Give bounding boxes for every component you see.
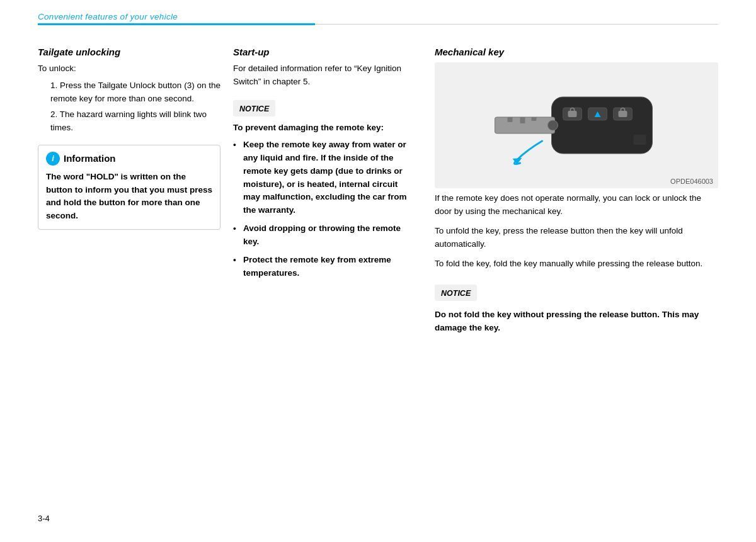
- page-header: Convenient features of your vehicle: [0, 0, 756, 25]
- tailgate-step-2: 2. The hazard warning lights will blink …: [38, 108, 220, 135]
- notice-label-middle: NOTICE: [239, 104, 269, 113]
- bullet-item-1: Keep the remote key away from water or a…: [233, 138, 416, 218]
- tailgate-step-1: 1. Press the Tailgate Unlock button (3) …: [38, 79, 220, 106]
- notice-box-right: NOTICE: [435, 285, 477, 301]
- notice-intro-text: To prevent damaging the remote key:: [233, 121, 416, 135]
- key-image-container: OPDE046003: [435, 62, 718, 188]
- startup-title: Start-up: [233, 47, 416, 57]
- mechanical-key-content: If the remote key does not operate norma…: [435, 192, 718, 271]
- svg-rect-10: [618, 111, 627, 117]
- svg-rect-4: [531, 117, 536, 121]
- notice-warning-text-right: Do not fold the key without pressing the…: [435, 308, 718, 335]
- svg-rect-3: [520, 117, 525, 123]
- notice-bullet-list: Keep the remote key away from water or a…: [233, 138, 416, 280]
- mechanical-para3: To fold the key, fold the key manually w…: [435, 257, 718, 271]
- tailgate-intro-text: To unlock:: [38, 62, 220, 76]
- tailgate-unlocking-title: Tailgate unlocking: [38, 47, 220, 57]
- key-illustration: [449, 69, 704, 182]
- svg-rect-2: [507, 117, 512, 122]
- notice-label-right: NOTICE: [441, 289, 471, 298]
- info-box-text: The word "HOLD" is written on the button…: [46, 171, 212, 223]
- mechanical-para1: If the remote key does not operate norma…: [435, 192, 718, 218]
- svg-rect-9: [568, 111, 576, 117]
- svg-point-12: [547, 120, 558, 130]
- main-content: Tailgate unlocking To unlock: 1. Press t…: [0, 28, 756, 359]
- svg-rect-13: [633, 135, 646, 145]
- step-2-number: 2.: [50, 110, 60, 119]
- notice-box-middle: NOTICE: [233, 100, 275, 116]
- left-column: Tailgate unlocking To unlock: 1. Press t…: [38, 47, 233, 334]
- bullet-item-2: Avoid dropping or throwing the remote ke…: [233, 222, 416, 249]
- bullet-item-3: Protect the remote key from extreme temp…: [233, 254, 416, 280]
- header-title: Convenient features of your vehicle: [38, 12, 178, 21]
- image-code: OPDE046003: [670, 178, 713, 185]
- startup-intro-text: For detailed information refer to “Key I…: [233, 62, 416, 89]
- mechanical-para2: To unfold the key, press the release but…: [435, 225, 718, 251]
- page-number: 3-4: [38, 514, 50, 523]
- info-icon: i: [46, 152, 60, 166]
- tailgate-steps-list: 1. Press the Tailgate Unlock button (3) …: [38, 79, 220, 135]
- header-line-blue: [38, 23, 315, 25]
- header-divider: [38, 23, 718, 25]
- svg-rect-0: [551, 97, 652, 154]
- mechanical-key-title: Mechanical key: [435, 47, 718, 57]
- header-line-gray: [315, 24, 718, 25]
- info-box-header: i Information: [46, 152, 212, 166]
- info-box-title: Information: [64, 153, 116, 164]
- information-box: i Information The word "HOLD" is written…: [38, 145, 220, 230]
- middle-column: Start-up For detailed information refer …: [233, 47, 428, 334]
- startup-intro: For detailed information refer to “Key I…: [233, 62, 416, 89]
- right-column: Mechanical key: [428, 47, 718, 334]
- step-1-number: 1.: [50, 81, 60, 90]
- tailgate-intro: To unlock:: [38, 62, 220, 76]
